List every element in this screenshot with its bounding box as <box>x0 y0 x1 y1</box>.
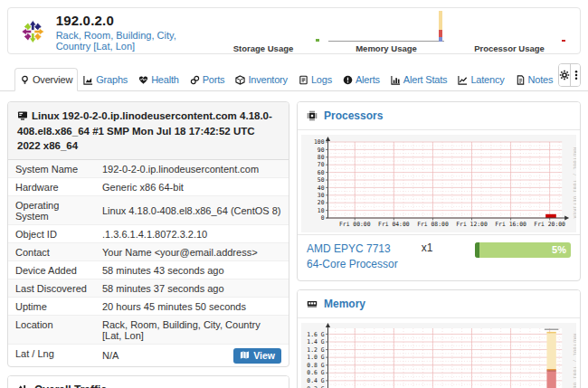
row-value: .1.3.6.1.4.1.8072.3.2.10 <box>102 229 207 240</box>
tab-bar: OverviewGraphsHealthPortsInventoryLogsAl… <box>0 62 588 91</box>
svg-text:1.6 G: 1.6 G <box>307 330 324 337</box>
view-map-button[interactable]: View <box>233 348 281 364</box>
tab-label: Latency <box>470 74 504 85</box>
overall-traffic-panel: Overall Traffic 050 k100 k150 kRRDTOOL /… <box>7 375 289 388</box>
row-value: Your Name <your@email.address> <box>102 247 258 258</box>
memory-heading: Memory <box>298 290 580 318</box>
processor-description-link[interactable]: 64-Core Processor <box>307 257 398 272</box>
sparkline-label: Storage Usage <box>205 43 321 53</box>
system-panel-heading: Linux 192-0-2-0.ip.linodeusercontent.com… <box>8 102 289 160</box>
centos-logo-icon <box>21 15 45 48</box>
table-row: Operating SystemLinux 4.18.0-408.el8.x86… <box>8 195 289 224</box>
tab-label: Alert Stats <box>403 74 448 85</box>
svg-text:1.4 G: 1.4 G <box>307 338 324 345</box>
row-label: Last Discovered <box>8 279 100 297</box>
overall-traffic-title: Overall Traffic <box>34 383 107 388</box>
row-label: Hardware <box>8 178 100 195</box>
tab-alerts[interactable]: Alerts <box>337 68 385 91</box>
row-label: Contact <box>8 243 100 260</box>
processor-count: x1 <box>422 241 433 254</box>
table-row: Uptime20 hours 45 minutes 50 seconds <box>8 297 289 315</box>
usage-sparkline[interactable]: Storage Usage <box>205 11 321 53</box>
kebab-icon <box>571 70 581 80</box>
tab-alert-stats[interactable]: Alert Stats <box>385 68 453 91</box>
processor-usage-fill <box>475 242 479 258</box>
svg-text:Fri 20:00: Fri 20:00 <box>534 221 565 228</box>
system-title: Linux 192-0-2-0.ip.linodeusercontent.com… <box>17 110 272 151</box>
row-label: Location <box>8 316 100 344</box>
tab-overview[interactable]: Overview <box>14 68 78 91</box>
alert-circle-icon <box>343 75 353 85</box>
row-value: Generic x86 64-bit <box>102 182 184 193</box>
table-row: HardwareGeneric x86 64-bit <box>8 177 289 195</box>
row-label: Operating System <box>8 196 100 224</box>
usage-sparklines: Storage UsageMemory UsageProcessor Usage <box>205 11 569 53</box>
svg-text:Fri 00:00: Fri 00:00 <box>339 221 371 228</box>
processor-name-link[interactable]: AMD EPYC 7713 <box>307 241 398 257</box>
svg-text:Fri 04:00: Fri 04:00 <box>378 221 410 228</box>
tab-ports[interactable]: Ports <box>185 68 231 91</box>
memory-graph[interactable]: 0.00.2 G0.4 G0.6 G0.8 G1.0 G1.2 G1.4 G1.… <box>298 318 580 388</box>
heartbeat-icon <box>138 75 148 85</box>
svg-text:Fri 12:00: Fri 12:00 <box>456 221 488 228</box>
row-label: Uptime <box>8 298 100 315</box>
processors-title: Processors <box>324 109 383 122</box>
tab-label: Alerts <box>356 74 380 85</box>
tab-latency[interactable]: Latency <box>452 68 509 91</box>
tab-label: Overview <box>33 74 72 85</box>
usage-sparkline[interactable]: Memory Usage <box>328 11 444 53</box>
view-button-label: View <box>253 350 275 361</box>
tab-label: Inventory <box>248 74 287 85</box>
row-value: N/A <box>102 350 119 361</box>
sparkline-label: Memory Usage <box>328 43 444 53</box>
tab-graphs[interactable]: Graphs <box>78 68 133 91</box>
tab-notes[interactable]: Notes <box>510 68 559 91</box>
processor-usage-label: 5% <box>552 244 566 255</box>
svg-text:30: 30 <box>318 192 325 199</box>
usage-sparkline[interactable]: Processor Usage <box>451 11 567 53</box>
row-value: 58 minutes 43 seconds ago <box>102 265 224 276</box>
svg-text:0.4 G: 0.4 G <box>307 377 324 384</box>
sparkline-canvas <box>328 11 444 42</box>
lightbulb-icon <box>20 75 30 85</box>
memory-panel: Memory 0.00.2 G0.4 G0.6 G0.8 G1.0 G1.2 G… <box>297 289 581 388</box>
bar-chart-icon <box>391 75 401 85</box>
svg-text:40: 40 <box>318 185 325 192</box>
svg-text:0.6 G: 0.6 G <box>307 369 324 376</box>
row-label: Device Added <box>8 261 100 279</box>
svg-text:Fri 08:00: Fri 08:00 <box>417 221 449 228</box>
svg-text:80: 80 <box>318 154 325 161</box>
table-row: Object ID.1.3.6.1.4.1.8072.3.2.10 <box>8 224 289 242</box>
table-row: Device Added58 minutes 43 seconds ago <box>8 260 289 279</box>
area-chart-icon <box>83 75 93 85</box>
row-value: 192-0-2-0.ip.linodeusercontent.com <box>102 164 259 175</box>
row-value: Linux 4.18.0-408.el8.x86_64 (CentOS 8) <box>102 205 281 216</box>
tab-label: Graphs <box>96 74 128 85</box>
device-location-link[interactable]: Rack, Room, Building, City, Country [Lat… <box>56 30 205 52</box>
tab-health[interactable]: Health <box>133 68 185 91</box>
table-row: System Name192-0-2-0.ip.linodeuserconten… <box>8 160 289 177</box>
row-label: Lat / Lng <box>8 345 100 366</box>
tab-logs[interactable]: Logs <box>293 68 337 91</box>
processors-graph[interactable]: 0102030405060708090100Fri 00:00Fri 04:00… <box>298 130 580 234</box>
sparkline-label: Processor Usage <box>451 43 567 53</box>
row-value: Rack, Room, Building, City, Country [Lat… <box>102 319 281 341</box>
tab-inventory[interactable]: Inventory <box>230 68 292 91</box>
map-icon <box>240 350 250 360</box>
svg-text:0: 0 <box>321 214 325 222</box>
device-ip: 192.0.2.0 <box>56 13 205 28</box>
table-row: Last Discovered58 minutes 37 seconds ago <box>8 279 289 297</box>
logs-icon <box>299 75 308 85</box>
tab-list: OverviewGraphsHealthPortsInventoryLogsAl… <box>14 68 558 90</box>
tab-label: Notes <box>528 74 554 85</box>
gear-button[interactable] <box>559 64 570 86</box>
processors-heading: Processors <box>298 102 580 130</box>
svg-text:100: 100 <box>314 138 325 146</box>
system-info-table: System Name192-0-2-0.ip.linodeuserconten… <box>8 160 289 366</box>
kebab-menu-button[interactable] <box>570 64 581 86</box>
gear-icon <box>559 70 570 80</box>
memory-chip-icon <box>307 298 318 309</box>
table-row: ContactYour Name <your@email.address> <box>8 242 289 260</box>
svg-text:90: 90 <box>318 147 325 154</box>
table-row: Lat / LngN/AView <box>8 344 289 366</box>
